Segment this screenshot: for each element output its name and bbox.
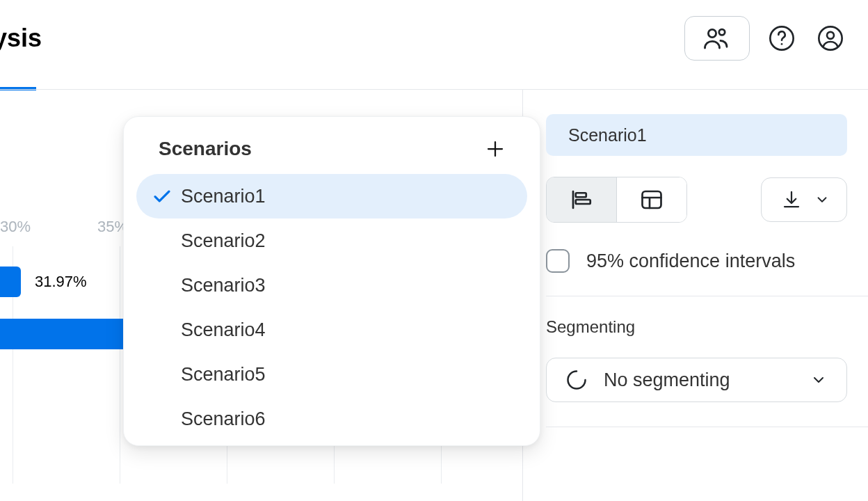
confidence-interval-label: 95% confidence intervals bbox=[586, 250, 795, 272]
chart-bar bbox=[0, 267, 21, 297]
chart-bar-value: 31.97% bbox=[35, 273, 87, 291]
people-button[interactable] bbox=[684, 16, 750, 61]
chevron-down-icon bbox=[810, 372, 827, 388]
divider bbox=[546, 296, 868, 296]
divider bbox=[546, 427, 868, 427]
confidence-interval-row: 95% confidence intervals bbox=[546, 249, 847, 273]
empty-circle-icon bbox=[566, 369, 587, 390]
svg-rect-8 bbox=[643, 191, 661, 208]
plus-icon bbox=[485, 138, 506, 159]
scenario-item-label: Scenario3 bbox=[181, 275, 266, 296]
segmenting-select[interactable]: No segmenting bbox=[546, 358, 847, 402]
svg-rect-6 bbox=[576, 193, 586, 197]
add-scenario-button[interactable] bbox=[483, 136, 508, 161]
table-icon bbox=[639, 187, 664, 212]
scenario-item[interactable]: Scenario5 bbox=[136, 352, 527, 397]
svg-point-0 bbox=[708, 29, 716, 37]
confidence-interval-checkbox[interactable] bbox=[546, 249, 570, 273]
scenario-item[interactable]: Scenario4 bbox=[136, 308, 527, 352]
download-icon bbox=[781, 189, 802, 210]
gridline bbox=[120, 246, 120, 484]
scenario-item-label: Scenario2 bbox=[181, 230, 266, 252]
bar-chart-icon bbox=[569, 187, 594, 212]
svg-point-5 bbox=[827, 32, 834, 39]
scenario-item[interactable]: Scenario6 bbox=[136, 397, 527, 441]
table-view-button[interactable] bbox=[617, 177, 686, 222]
scenario-pill[interactable]: Scenario1 bbox=[546, 114, 847, 156]
svg-point-1 bbox=[719, 29, 725, 35]
scenario-item-label: Scenario4 bbox=[181, 319, 266, 341]
scenario-item-label: Scenario5 bbox=[181, 364, 266, 385]
scenario-item[interactable]: Scenario3 bbox=[136, 263, 527, 308]
segmenting-value: No segmenting bbox=[604, 369, 730, 391]
segmenting-select-content: No segmenting bbox=[566, 369, 730, 391]
scenario-item[interactable]: Scenario1 bbox=[136, 174, 527, 218]
selected-indicator bbox=[152, 186, 181, 207]
view-controls-row bbox=[546, 177, 847, 223]
account-icon bbox=[817, 24, 844, 52]
view-toggle bbox=[546, 177, 687, 223]
people-icon bbox=[702, 24, 732, 53]
scenarios-title: Scenarios bbox=[159, 138, 252, 160]
scenario-pill-label: Scenario1 bbox=[568, 125, 647, 145]
scenario-item-label: Scenario1 bbox=[181, 186, 266, 207]
svg-point-3 bbox=[781, 43, 783, 45]
axis-label-30: 30% bbox=[0, 218, 31, 236]
right-panel: Scenario1 bbox=[523, 89, 847, 501]
segmenting-heading: Segmenting bbox=[546, 317, 635, 337]
page-title: ysis bbox=[0, 24, 42, 53]
scenarios-list: Scenario1 Scenario2 Scenario3 Scenario4 … bbox=[136, 174, 527, 441]
help-icon bbox=[768, 24, 796, 52]
help-button[interactable] bbox=[765, 22, 798, 55]
header-actions bbox=[684, 16, 847, 61]
chevron-down-icon bbox=[814, 192, 830, 207]
scenario-item[interactable]: Scenario2 bbox=[136, 218, 527, 263]
svg-rect-7 bbox=[576, 200, 590, 204]
chart-bar bbox=[0, 319, 123, 349]
chart-view-button[interactable] bbox=[547, 177, 616, 222]
scenarios-panel: Scenarios Scenario1 Scenario2 Scenario3 bbox=[123, 116, 540, 446]
header: ysis bbox=[0, 0, 868, 77]
account-button[interactable] bbox=[814, 22, 847, 55]
scenarios-panel-header: Scenarios bbox=[136, 136, 527, 164]
scenario-item-label: Scenario6 bbox=[181, 408, 266, 430]
download-button[interactable] bbox=[761, 177, 847, 222]
check-icon bbox=[152, 186, 172, 207]
